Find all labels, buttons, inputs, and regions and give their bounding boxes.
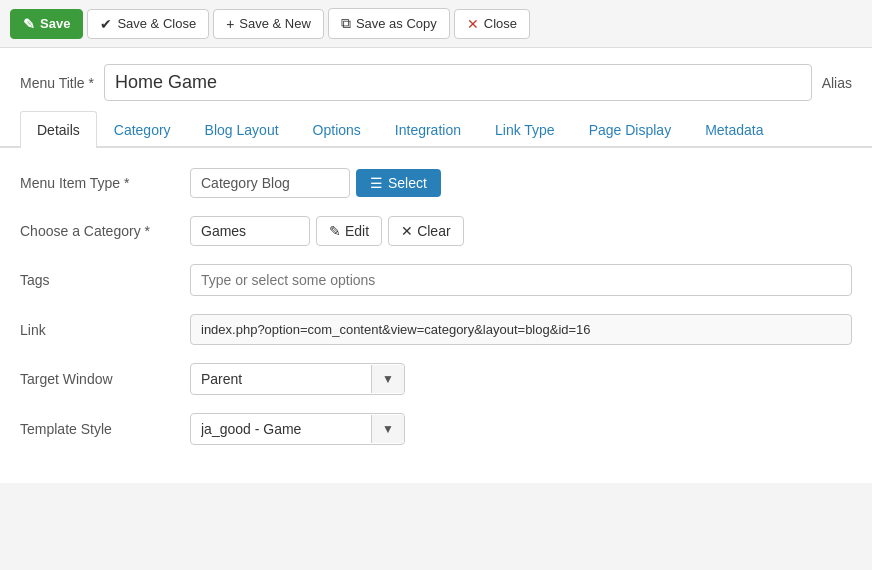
close-icon: ✕ [467,16,479,32]
link-label: Link [20,322,180,338]
menu-title-label: Menu Title * [20,75,94,91]
tabs-container: Details Category Blog Layout Options Int… [0,111,872,148]
save-close-label: Save & Close [117,16,196,31]
choose-category-label: Choose a Category * [20,223,180,239]
toolbar: ✎ Save ✔ Save & Close + Save & New ⧉ Sav… [0,0,872,48]
save-new-label: Save & New [239,16,311,31]
save-close-button[interactable]: ✔ Save & Close [87,9,209,39]
tab-metadata[interactable]: Metadata [688,111,780,148]
tags-control [190,264,852,296]
tab-integration[interactable]: Integration [378,111,478,148]
menu-item-type-value: Category Blog [190,168,350,198]
clear-category-button[interactable]: ✕ Clear [388,216,463,246]
menu-item-type-label: Menu Item Type * [20,175,180,191]
form-body: Menu Item Type * Category Blog ☰ Select … [0,168,872,445]
template-style-control: ja_good - Game Default Beez3 ▼ [190,413,852,445]
template-style-select[interactable]: ja_good - Game Default Beez3 [191,414,371,444]
target-window-label: Target Window [20,371,180,387]
main-content: Menu Title * Alias Details Category Blog… [0,48,872,483]
alias-label: Alias [822,75,852,91]
target-window-wrapper: Parent New Window Same Window ▼ [190,363,405,395]
link-row: Link [20,314,852,345]
copy-icon: ⧉ [341,15,351,32]
save-copy-label: Save as Copy [356,16,437,31]
check-icon: ✔ [100,16,112,32]
close-button[interactable]: ✕ Close [454,9,530,39]
close-label: Close [484,16,517,31]
tab-category[interactable]: Category [97,111,188,148]
template-style-label: Template Style [20,421,180,437]
tab-link-type[interactable]: Link Type [478,111,572,148]
tab-details[interactable]: Details [20,111,97,148]
list-icon: ☰ [370,175,383,191]
menu-title-row: Menu Title * Alias [0,48,872,111]
times-icon: ✕ [401,223,413,239]
link-control [190,314,852,345]
tab-options[interactable]: Options [296,111,378,148]
choose-category-control: Games ✎ Edit ✕ Clear [190,216,852,246]
save-button[interactable]: ✎ Save [10,9,83,39]
edit-category-button[interactable]: ✎ Edit [316,216,382,246]
target-window-row: Target Window Parent New Window Same Win… [20,363,852,395]
tab-page-display[interactable]: Page Display [572,111,689,148]
target-window-select[interactable]: Parent New Window Same Window [191,364,371,394]
clear-btn-label: Clear [417,223,450,239]
template-style-wrapper: ja_good - Game Default Beez3 ▼ [190,413,405,445]
menu-item-type-row: Menu Item Type * Category Blog ☰ Select [20,168,852,198]
tags-input[interactable] [190,264,852,296]
save-label: Save [40,16,70,31]
target-window-control: Parent New Window Same Window ▼ [190,363,852,395]
tags-label: Tags [20,272,180,288]
menu-title-input[interactable] [104,64,812,101]
select-type-button[interactable]: ☰ Select [356,169,441,197]
tab-blog-layout[interactable]: Blog Layout [188,111,296,148]
link-input [190,314,852,345]
edit-icon: ✎ [329,223,341,239]
plus-icon: + [226,16,234,32]
template-style-row: Template Style ja_good - Game Default Be… [20,413,852,445]
target-window-arrow: ▼ [371,365,404,393]
save-new-button[interactable]: + Save & New [213,9,324,39]
save-copy-button[interactable]: ⧉ Save as Copy [328,8,450,39]
tags-row: Tags [20,264,852,296]
choose-category-row: Choose a Category * Games ✎ Edit ✕ Clear [20,216,852,246]
category-value: Games [190,216,310,246]
select-btn-label: Select [388,175,427,191]
menu-item-type-control: Category Blog ☰ Select [190,168,852,198]
template-style-arrow: ▼ [371,415,404,443]
edit-btn-label: Edit [345,223,369,239]
save-icon: ✎ [23,16,35,32]
